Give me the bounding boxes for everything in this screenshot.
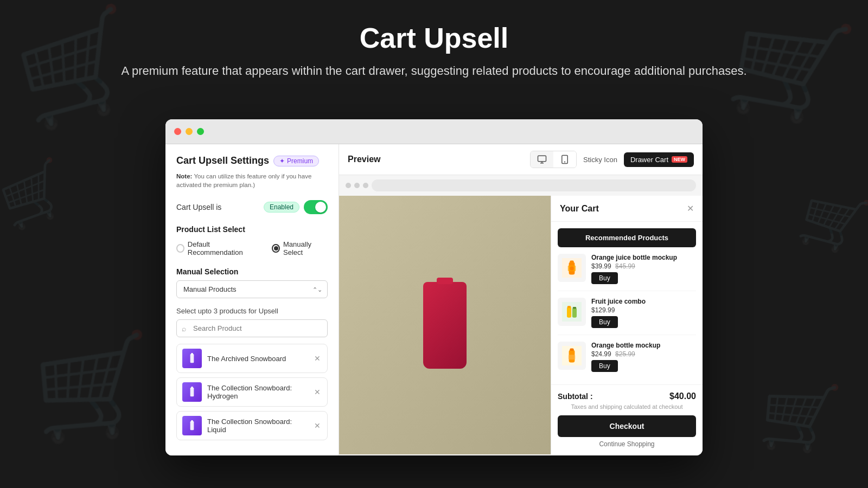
product-item: The Collection Snowboard: Hydrogen ✕ <box>176 377 328 407</box>
svg-rect-13 <box>570 261 573 264</box>
view-toggle <box>530 151 577 168</box>
cart-upsell-toggle-row: Cart Upsell is Enabled <box>176 200 328 214</box>
bg-cart-icon-4: 🛒 <box>756 376 844 459</box>
settings-note: Note: You can utilize this feature only … <box>176 172 328 189</box>
product-name-1: The Archived Snowboard <box>207 355 308 363</box>
manual-products-select[interactable]: Manual Products <box>176 280 328 298</box>
product-list-select-label: Product List Select <box>176 225 328 234</box>
radio-circle-manual <box>272 244 280 253</box>
main-window: Cart Upsell Settings ✦ Premium Note: You… <box>165 119 703 455</box>
rec-product-name-2: Fruit juice combo <box>591 298 696 305</box>
rec-product-img-2 <box>558 298 586 326</box>
radio-default[interactable]: Default Recommendation <box>176 240 259 256</box>
bg-cart-icon-5: 🛒 <box>0 153 76 236</box>
continue-shopping-link[interactable]: Continue Shopping <box>558 440 696 448</box>
traffic-light-yellow[interactable] <box>186 128 193 135</box>
upsell-instruction: Select upto 3 products for Upsell <box>176 307 328 315</box>
cart-upsell-field-label: Cart Upsell is <box>176 203 221 211</box>
svg-rect-18 <box>572 308 577 318</box>
subtotal-amount: $40.00 <box>669 391 696 401</box>
svg-rect-16 <box>562 302 582 322</box>
search-input[interactable] <box>176 319 328 337</box>
svg-rect-6 <box>538 156 546 162</box>
cart-drawer: Your Cart ✕ Recommended Products <box>551 196 703 454</box>
rec-product-1: Orange juice bottle mockup $39.99 $45.99… <box>558 254 696 291</box>
buy-button-1[interactable]: Buy <box>591 272 618 284</box>
product-list: The Archived Snowboard ✕ The Collection … <box>176 344 328 440</box>
desktop-view-button[interactable] <box>531 151 553 168</box>
settings-title: Cart Upsell Settings <box>176 155 269 166</box>
subtotal-label: Subtotal : <box>558 392 593 401</box>
product-thumb-1 <box>182 349 202 368</box>
svg-rect-5 <box>191 420 193 422</box>
cart-body: Recommended Products <box>551 222 703 384</box>
checkout-button[interactable]: Checkout <box>558 415 696 437</box>
price-old-3: $25.99 <box>615 350 635 358</box>
window-body: Cart Upsell Settings ✦ Premium Note: You… <box>165 144 703 455</box>
cart-upsell-toggle[interactable] <box>304 200 328 214</box>
remove-product-2-button[interactable]: ✕ <box>313 387 322 397</box>
page-header: Cart Upsell A premium feature that appea… <box>0 0 868 91</box>
buy-button-3[interactable]: Buy <box>591 360 618 372</box>
cart-preview-frame: Your Cart ✕ Recommended Products <box>339 196 703 454</box>
rec-product-price-3: $24.99 $25.99 <box>591 350 696 358</box>
rec-product-info-1: Orange juice bottle mockup $39.99 $45.99… <box>591 254 696 284</box>
bg-cart-icon-3: 🛒 <box>28 325 159 450</box>
svg-rect-3 <box>191 387 193 388</box>
left-panel: Cart Upsell Settings ✦ Premium Note: You… <box>165 144 339 455</box>
manual-selection-heading: Manual Selection <box>176 267 328 276</box>
shipping-note: Taxes and shipping calculated at checkou… <box>558 403 696 410</box>
rec-product-price-1: $39.99 $45.99 <box>591 262 696 270</box>
price-old-1: $45.99 <box>615 262 635 270</box>
price-current-1: $39.99 <box>591 262 611 270</box>
browser-dot-1 <box>346 183 351 188</box>
radio-circle-default <box>176 244 184 253</box>
drawer-cart-button[interactable]: Drawer Cart NEW <box>624 152 694 167</box>
product-bottle <box>423 282 467 369</box>
product-thumb-2 <box>182 382 202 402</box>
cart-footer: Subtotal : $40.00 Taxes and shipping cal… <box>551 384 703 454</box>
rec-product-price-2: $129.99 <box>591 306 696 314</box>
buy-button-2[interactable]: Buy <box>591 316 618 328</box>
premium-star-icon: ✦ <box>279 157 285 165</box>
remove-product-3-button[interactable]: ✕ <box>313 421 322 431</box>
subtotal-row: Subtotal : $40.00 <box>558 391 696 401</box>
rec-product-3: Orange bottle mockup $24.99 $25.99 Buy <box>558 342 696 378</box>
browser-bar <box>339 175 703 196</box>
mobile-view-button[interactable] <box>553 151 576 168</box>
rec-product-img-3 <box>558 342 586 370</box>
product-item: The Collection Snowboard: Liquid ✕ <box>176 411 328 440</box>
price-current-3: $24.99 <box>591 350 611 358</box>
svg-rect-19 <box>567 306 571 308</box>
enabled-tag: Enabled <box>264 202 299 213</box>
product-name-3: The Collection Snowboard: Liquid <box>207 418 308 434</box>
price-current-2: $129.99 <box>591 306 615 314</box>
svg-point-15 <box>570 266 573 270</box>
browser-url-bar <box>372 179 696 191</box>
search-icon: ⌕ <box>182 324 186 333</box>
traffic-light-green[interactable] <box>197 128 204 135</box>
premium-badge: ✦ Premium <box>273 156 319 166</box>
bg-cart-icon-6: 🛒 <box>793 182 868 261</box>
browser-dot-2 <box>354 183 360 188</box>
preview-content: Your Cart ✕ Recommended Products <box>339 175 703 455</box>
radio-group: Default Recommendation Manually Select <box>176 240 328 256</box>
cart-title: Your Cart <box>560 204 599 214</box>
svg-rect-17 <box>567 307 571 318</box>
preview-header: Preview <box>339 144 703 175</box>
cart-header: Your Cart ✕ <box>551 196 703 222</box>
remove-product-1-button[interactable]: ✕ <box>313 354 322 363</box>
rec-product-info-3: Orange bottle mockup $24.99 $25.99 Buy <box>591 342 696 372</box>
browser-dot-3 <box>363 183 368 188</box>
svg-rect-0 <box>190 354 194 363</box>
cart-close-button[interactable]: ✕ <box>687 203 694 214</box>
radio-manual[interactable]: Manually Select <box>272 240 328 256</box>
rec-product-name-3: Orange bottle mockup <box>591 342 696 349</box>
window-titlebar <box>165 119 703 144</box>
radio-default-label: Default Recommendation <box>188 240 259 256</box>
right-panel: Preview <box>339 144 703 455</box>
radio-manual-label: Manually Select <box>283 240 328 256</box>
svg-rect-24 <box>569 355 576 359</box>
product-item: The Archived Snowboard ✕ <box>176 344 328 373</box>
traffic-light-red[interactable] <box>174 128 181 135</box>
